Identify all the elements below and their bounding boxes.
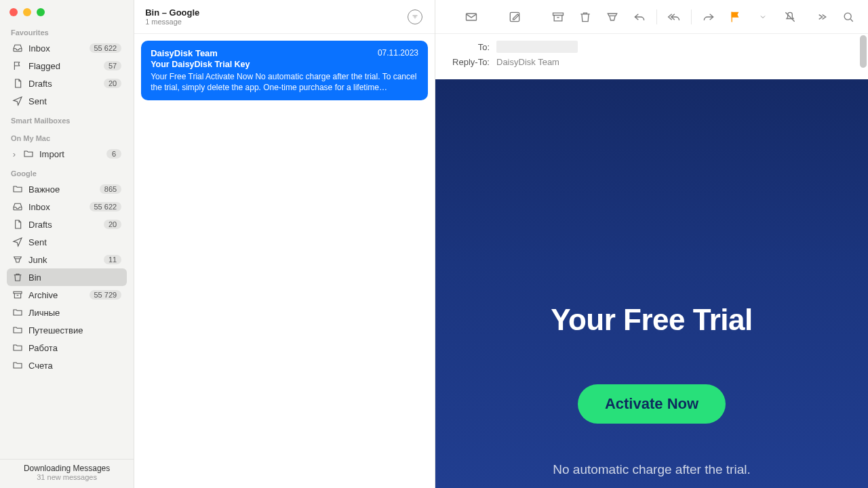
sidebar-item-label: Archive	[28, 290, 84, 300]
close-window[interactable]	[9, 8, 18, 16]
message-body: Your Free Trial Activate Now No automati…	[435, 79, 868, 488]
count-badge: 55 622	[90, 43, 122, 53]
sidebar-item-flagged[interactable]: Flagged 57	[7, 57, 127, 75]
sidebar-item-label: Sent	[28, 96, 121, 106]
folder-icon	[23, 148, 34, 159]
folder-icon	[12, 184, 23, 195]
sidebar-item-label: Inbox	[28, 202, 84, 212]
chevron-right-icon[interactable]: ›	[11, 149, 18, 159]
more-actions-button[interactable]	[810, 7, 833, 27]
body-title: Your Free Trial	[435, 303, 868, 337]
zoom-window[interactable]	[37, 8, 45, 16]
count-badge: 57	[104, 61, 121, 70]
toolbar-separator	[656, 9, 657, 24]
sidebar-item-inbox[interactable]: Inbox 55 622	[7, 39, 127, 57]
section-favourites: Favourites	[7, 22, 127, 39]
sidebar-item-label: Drafts	[28, 220, 98, 230]
sidebar-item-g-sent[interactable]: Sent	[7, 233, 127, 251]
scrollbar-thumb[interactable]	[860, 35, 867, 68]
svg-point-2	[844, 13, 851, 20]
sidebar-item-archive[interactable]: Archive 55 729	[7, 286, 127, 304]
section-smart-mailboxes: Smart Mailboxes	[7, 110, 127, 127]
sidebar-item-label: Junk	[28, 255, 98, 265]
sidebar-item-bills[interactable]: Счета	[7, 357, 127, 374]
sidebar-item-bin[interactable]: Bin	[7, 268, 127, 286]
to-value-redacted	[496, 41, 578, 53]
reply-to-label: Reply-To:	[448, 57, 490, 67]
sidebar-item-work[interactable]: Работа	[7, 339, 127, 357]
message-from: DaisyDisk Team	[151, 48, 218, 58]
sidebar-item-label: Drafts	[28, 79, 98, 89]
reply-to-value: DaisyDisk Team	[496, 57, 559, 67]
body-footer-text: No automatic charge after the trial.	[553, 462, 750, 477]
sidebar-item-g-drafts[interactable]: Drafts 20	[7, 216, 127, 233]
sidebar-item-label: Личные	[28, 308, 121, 318]
flag-dropdown[interactable]	[751, 7, 774, 27]
folder-icon	[12, 307, 23, 318]
message-pane: To: Reply-To: DaisyDisk Team Your Free T…	[435, 0, 868, 488]
toolbar-separator	[691, 9, 692, 24]
sidebar-item-label: Путешествие	[28, 325, 121, 336]
status-line1: Downloading Messages	[0, 464, 134, 473]
sidebar-item-import[interactable]: › Import 6	[7, 145, 127, 163]
junk-button[interactable]	[601, 7, 624, 27]
sidebar-item-label: Bin	[28, 272, 121, 283]
minimize-window[interactable]	[23, 8, 31, 16]
trash-icon	[12, 272, 23, 283]
message-preview: Your Free Trial Activate Now No automati…	[151, 71, 418, 93]
count-badge: 55 622	[90, 202, 122, 211]
document-icon	[12, 78, 23, 89]
svg-rect-0	[467, 14, 477, 20]
sidebar-status: Downloading Messages 31 new messages	[0, 459, 134, 488]
sidebar: Favourites Inbox 55 622 Flagged 57 Draft…	[0, 0, 134, 488]
vertical-scrollbar[interactable]	[859, 34, 868, 488]
count-badge: 20	[104, 79, 121, 88]
flag-button[interactable]	[724, 7, 747, 27]
forward-button[interactable]	[697, 7, 720, 27]
document-icon	[12, 219, 23, 230]
inbox-icon	[12, 201, 23, 212]
sidebar-item-travel[interactable]: Путешествие	[7, 321, 127, 339]
paperplane-icon	[12, 237, 23, 247]
reply-all-button[interactable]	[663, 7, 686, 27]
section-on-my-mac: On My Mac	[7, 127, 127, 145]
message-row[interactable]: DaisyDisk Team 07.11.2023 Your DaisyDisk…	[141, 41, 428, 100]
mark-read-button[interactable]	[460, 7, 483, 27]
activate-now-button[interactable]: Activate Now	[578, 384, 726, 424]
delete-button[interactable]	[574, 7, 597, 27]
paperplane-icon	[12, 96, 23, 106]
section-google: Google	[7, 163, 127, 180]
search-button[interactable]	[837, 7, 860, 27]
sidebar-item-label: Flagged	[28, 61, 98, 71]
sidebar-item-personal[interactable]: Личные	[7, 304, 127, 321]
sidebar-item-sent[interactable]: Sent	[7, 92, 127, 110]
archive-button[interactable]	[547, 7, 570, 27]
message-toolbar	[435, 0, 868, 34]
sidebar-item-junk[interactable]: Junk 11	[7, 251, 127, 268]
sidebar-item-g-inbox[interactable]: Inbox 55 622	[7, 198, 127, 216]
count-badge: 11	[104, 255, 121, 264]
sidebar-item-label: Счета	[28, 361, 121, 371]
status-line2: 31 new messages	[0, 473, 134, 481]
filter-button[interactable]	[408, 9, 422, 24]
sidebar-item-label: Работа	[28, 343, 121, 353]
compose-button[interactable]	[503, 7, 526, 27]
count-badge: 20	[104, 220, 121, 229]
sidebar-item-label: Inbox	[28, 43, 84, 54]
sidebar-item-label: Важное	[28, 184, 94, 195]
sidebar-item-label: Sent	[28, 237, 121, 247]
reply-button[interactable]	[628, 7, 651, 27]
message-headers: To: Reply-To: DaisyDisk Team	[435, 34, 868, 79]
sidebar-item-drafts[interactable]: Drafts 20	[7, 75, 127, 92]
mute-button[interactable]	[778, 7, 802, 27]
count-badge: 6	[106, 149, 121, 159]
folder-icon	[12, 342, 23, 353]
archive-icon	[12, 289, 23, 300]
count-badge: 55 729	[90, 290, 122, 300]
window-controls	[0, 0, 134, 22]
sidebar-item-important[interactable]: Важное 865	[7, 180, 127, 198]
list-subtitle: 1 message	[145, 18, 199, 26]
sidebar-item-label: Import	[39, 149, 101, 159]
to-label: To:	[448, 42, 490, 52]
junk-icon	[12, 254, 23, 265]
